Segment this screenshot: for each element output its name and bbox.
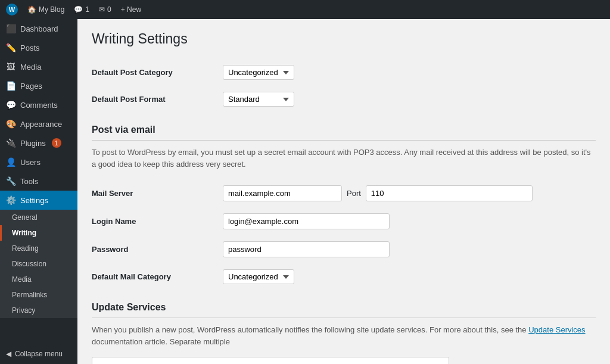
sidebar-item-pages[interactable]: 📄 Pages <box>0 76 77 95</box>
media-icon: 🖼 <box>6 62 15 71</box>
sidebar-item-plugins[interactable]: 🔌 Plugins 1 <box>0 133 77 153</box>
login-name-label: Login Name <box>92 217 136 226</box>
mail-server-label: Mail Server <box>92 189 133 198</box>
admin-bar: W 🏠 My Blog 💬 1 ✉ 0 + New <box>0 0 610 19</box>
sidebar-item-tools[interactable]: 🔧 Tools <box>0 172 77 191</box>
sidebar-item-settings[interactable]: ⚙️ Settings <box>0 191 77 210</box>
sidebar-item-posts[interactable]: ✏️ Posts <box>0 38 77 57</box>
sidebar-label-pages: Pages <box>20 82 42 91</box>
site-name-item[interactable]: 🏠 My Blog <box>27 5 64 14</box>
collapse-menu-button[interactable]: ◀ Collapse menu <box>0 344 77 364</box>
page-title: Writing Settings <box>92 31 596 47</box>
submenu-item-permalinks[interactable]: Permalinks <box>0 287 77 303</box>
login-name-input[interactable] <box>223 213 390 229</box>
default-post-category-label: Default Post Category <box>92 68 173 77</box>
plugins-badge: 1 <box>52 138 61 148</box>
default-post-format-row: Default Post Format Standard <box>92 86 596 113</box>
post-via-email-heading: Post via email <box>92 125 596 141</box>
sidebar-label-media: Media <box>20 63 41 71</box>
comment-count: 1 <box>85 5 89 14</box>
new-item[interactable]: + New <box>121 5 141 14</box>
default-post-format-select[interactable]: Standard <box>223 92 294 107</box>
dashboard-icon: ⬛ <box>6 24 15 33</box>
mail-server-input[interactable] <box>223 185 342 201</box>
mail-server-input-group: Port <box>223 185 596 201</box>
sidebar-item-media[interactable]: 🖼 Media <box>0 57 77 76</box>
pages-icon: 📄 <box>6 81 15 91</box>
sidebar-label-comments: Comments <box>20 101 58 110</box>
submenu-item-reading[interactable]: Reading <box>0 241 77 256</box>
settings-icon: ⚙️ <box>6 195 15 205</box>
appearance-icon: 🎨 <box>6 119 15 129</box>
password-row: Password <box>92 235 596 263</box>
submenu-item-writing[interactable]: Writing <box>0 225 77 241</box>
sidebar-item-dashboard[interactable]: ⬛ Dashboard <box>0 19 77 38</box>
email-settings-table: Mail Server Port Login Name Password <box>92 179 596 290</box>
post-via-email-description: To post to WordPress by email, you must … <box>92 147 596 170</box>
default-mail-category-select[interactable]: Uncategorized <box>223 269 294 284</box>
wp-logo: W <box>6 4 18 15</box>
submenu-item-general[interactable]: General <box>0 210 77 225</box>
tools-icon: 🔧 <box>6 176 15 186</box>
main-layout: ⬛ Dashboard ✏️ Posts 🖼 Media 📄 Pages 💬 C… <box>0 19 610 364</box>
comment-icon: 💬 <box>74 5 83 14</box>
house-icon: 🏠 <box>27 5 36 14</box>
password-input[interactable] <box>223 241 390 257</box>
submenu-item-media[interactable]: Media <box>0 272 77 287</box>
update-services-heading: Update Services <box>92 302 596 318</box>
new-label: + New <box>121 5 141 14</box>
default-post-format-label: Default Post Format <box>92 95 166 104</box>
sidebar-label-appearance: Appearance <box>20 120 62 129</box>
update-services-description: When you publish a new post, WordPress a… <box>92 324 596 347</box>
update-services-desc2: documentation article. Separate multiple <box>92 337 230 346</box>
message-icon: ✉ <box>99 5 105 14</box>
sidebar-label-posts: Posts <box>20 43 40 52</box>
posts-icon: ✏️ <box>6 43 15 52</box>
sidebar-item-appearance[interactable]: 🎨 Appearance <box>0 114 77 133</box>
site-name: My Blog <box>39 5 64 14</box>
settings-submenu: General Writing Reading Discussion Media… <box>0 210 77 318</box>
sidebar-label-users: Users <box>20 158 41 167</box>
default-mail-category-label: Default Mail Category <box>92 272 171 281</box>
default-mail-category-row: Default Mail Category Uncategorized <box>92 263 596 290</box>
collapse-label: Collapse menu <box>15 350 63 358</box>
collapse-icon: ◀ <box>6 350 11 358</box>
content-area: Writing Settings Default Post Category U… <box>77 19 610 364</box>
sidebar: ⬛ Dashboard ✏️ Posts 🖼 Media 📄 Pages 💬 C… <box>0 19 77 364</box>
users-icon: 👤 <box>6 157 15 167</box>
comments-icon: 💬 <box>6 100 15 110</box>
sidebar-label-plugins: Plugins <box>20 139 46 148</box>
sidebar-label-tools: Tools <box>20 177 38 186</box>
default-post-category-select[interactable]: Uncategorized <box>223 65 294 80</box>
password-label: Password <box>92 245 128 254</box>
comments-item[interactable]: 💬 1 <box>74 5 89 14</box>
sidebar-label-settings: Settings <box>20 196 48 205</box>
message-count: 0 <box>107 5 111 14</box>
plugins-icon: 🔌 <box>6 138 15 148</box>
port-label: Port <box>347 189 361 198</box>
login-name-row: Login Name <box>92 207 596 235</box>
update-services-desc-text: When you publish a new post, WordPress a… <box>92 325 527 334</box>
port-input[interactable] <box>366 185 533 201</box>
mail-server-row: Mail Server Port <box>92 179 596 207</box>
sidebar-item-users[interactable]: 👤 Users <box>0 153 77 172</box>
wp-logo-item[interactable]: W <box>6 4 18 15</box>
update-services-link[interactable]: Update Services <box>528 325 585 334</box>
update-services-textarea[interactable] <box>92 357 449 364</box>
submenu-item-discussion[interactable]: Discussion <box>0 256 77 272</box>
sidebar-label-dashboard: Dashboard <box>20 24 58 33</box>
default-post-category-row: Default Post Category Uncategorized <box>92 59 596 86</box>
sidebar-item-comments[interactable]: 💬 Comments <box>0 95 77 114</box>
messages-item[interactable]: ✉ 0 <box>99 5 111 14</box>
submenu-item-privacy[interactable]: Privacy <box>0 303 77 318</box>
settings-form-table: Default Post Category Uncategorized Defa… <box>92 59 596 113</box>
